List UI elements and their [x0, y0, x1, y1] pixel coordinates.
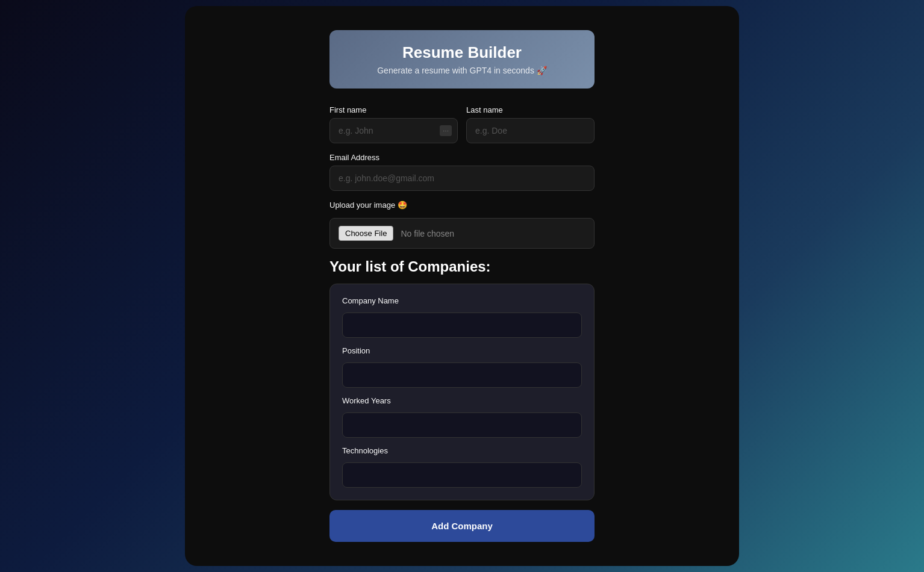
first-name-wrapper: ···	[329, 118, 458, 143]
personal-info-form: First name ··· Last name Email Address U…	[329, 105, 595, 258]
position-label: Position	[342, 346, 582, 355]
first-name-icon: ···	[440, 125, 452, 136]
worked-years-label: Worked Years	[342, 396, 582, 405]
position-input[interactable]	[342, 362, 582, 388]
app-subtitle: Generate a resume with GPT4 in seconds 🚀	[348, 66, 576, 75]
technologies-group: Technologies	[342, 446, 582, 488]
app-title: Resume Builder	[348, 43, 576, 62]
technologies-input[interactable]	[342, 462, 582, 488]
last-name-group: Last name	[466, 105, 595, 143]
worked-years-input[interactable]	[342, 412, 582, 438]
technologies-label: Technologies	[342, 446, 582, 455]
no-file-text: No file chosen	[401, 229, 454, 238]
email-group: Email Address	[329, 153, 595, 191]
companies-section-title: Your list of Companies:	[329, 258, 595, 275]
last-name-input[interactable]	[466, 118, 595, 143]
position-group: Position	[342, 346, 582, 388]
last-name-label: Last name	[466, 105, 595, 114]
add-company-button[interactable]: Add Company	[329, 510, 595, 542]
first-name-label: First name	[329, 105, 458, 114]
app-container: Resume Builder Generate a resume with GP…	[185, 6, 739, 566]
upload-section: Upload your image 🤩 Choose File No file …	[329, 201, 595, 249]
company-name-label: Company Name	[342, 296, 582, 305]
first-name-input[interactable]	[329, 118, 458, 143]
email-label: Email Address	[329, 153, 595, 162]
first-name-group: First name ···	[329, 105, 458, 143]
choose-file-button[interactable]: Choose File	[339, 226, 393, 241]
email-input[interactable]	[329, 166, 595, 191]
companies-card: Company Name Position Worked Years Techn…	[329, 284, 595, 500]
upload-label: Upload your image 🤩	[329, 201, 595, 210]
company-name-input[interactable]	[342, 312, 582, 338]
header-card: Resume Builder Generate a resume with GP…	[329, 30, 595, 89]
name-row: First name ··· Last name	[329, 105, 595, 143]
company-name-group: Company Name	[342, 296, 582, 338]
file-input-container: Choose File No file chosen	[329, 218, 595, 249]
worked-years-group: Worked Years	[342, 396, 582, 438]
